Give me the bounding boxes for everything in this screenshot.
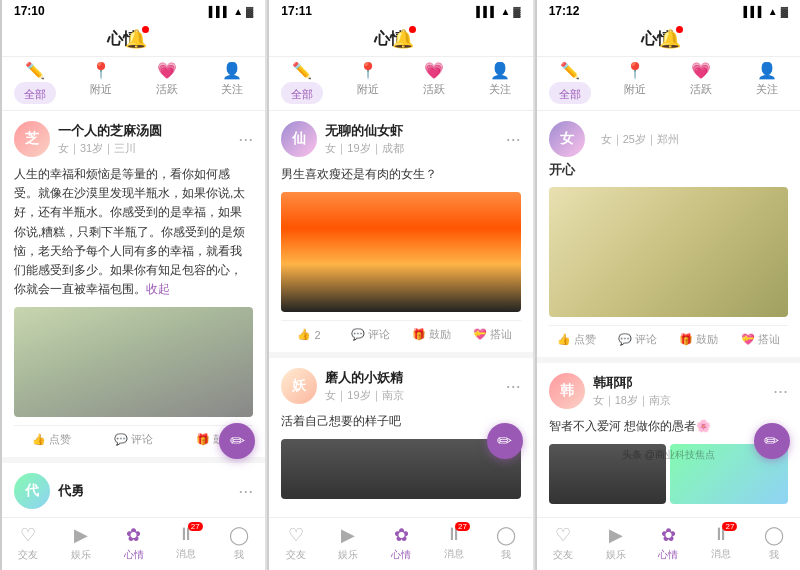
status-bar-2: 17:11 ▌▌▌ ▲ ▓: [269, 0, 532, 22]
nav-friends-1[interactable]: ♡ 交友: [2, 524, 55, 562]
post-image-1: [14, 307, 253, 417]
tab-nearby-label-1: 附近: [90, 82, 112, 97]
chat-icon-3: 💝: [473, 328, 487, 341]
post-more-1[interactable]: ···: [238, 130, 253, 148]
content-3: 女 女｜25岁｜郑州 开心 👍 点赞 💬 评论: [537, 111, 800, 517]
nav-mood-3[interactable]: ✿ 心情: [642, 524, 695, 562]
post-more-6[interactable]: ···: [773, 382, 788, 400]
nav-friends-icon-1: ♡: [20, 524, 36, 546]
tab-follow-3[interactable]: 👤 关注: [734, 61, 800, 104]
nav-me-icon-2: ◯: [496, 524, 516, 546]
encourage-icon-5: 🎁: [679, 333, 693, 346]
bottom-nav-3: ♡ 交友 ▶ 娱乐 ✿ 心情 27 ⏸ 消息 ◯ 我: [537, 517, 800, 570]
comment-btn-5[interactable]: 💬 评论: [610, 332, 665, 347]
comment-label-3: 评论: [368, 327, 390, 342]
nav-friends-label-1: 交友: [18, 548, 38, 562]
content-2: 仙 无聊的仙女虾 女｜19岁｜成都 ··· 男生喜欢瘦还是有肉的女生？ 👍 2: [269, 111, 532, 517]
avatar-4[interactable]: 妖: [281, 368, 317, 404]
wifi-icon-2: ▲: [500, 6, 510, 17]
nav-msg-1[interactable]: 27 ⏸ 消息: [160, 524, 213, 562]
bell-badge-1: [142, 26, 149, 33]
tab-nearby-3[interactable]: 📍 附近: [602, 61, 668, 104]
tab-follow-icon-1: 👤: [222, 61, 242, 80]
tab-nearby-label-2: 附近: [357, 82, 379, 97]
avatar-5[interactable]: 女: [549, 121, 585, 157]
like-icon-5: 👍: [557, 333, 571, 346]
tab-active-1[interactable]: 💗 活跃: [134, 61, 200, 104]
nav-me-1[interactable]: ◯ 我: [213, 524, 266, 562]
nav-me-icon-3: ◯: [764, 524, 784, 546]
avatar-2[interactable]: 代: [14, 473, 50, 509]
bell-badge-2: [409, 26, 416, 33]
tab-all-3[interactable]: ✏️ 全部: [537, 61, 603, 104]
post-more-3[interactable]: ···: [506, 130, 521, 148]
tab-follow-label-1: 关注: [221, 82, 243, 97]
tab-follow-2[interactable]: 👤 关注: [467, 61, 533, 104]
tab-active-2[interactable]: 💗 活跃: [401, 61, 467, 104]
nav-entertain-3[interactable]: ▶ 娱乐: [589, 524, 642, 562]
bell-badge-3: [676, 26, 683, 33]
signal-icon-2: ▌▌▌: [476, 6, 497, 17]
tabs-2: ✏️ 全部 📍 附近 💗 活跃 👤 关注: [269, 57, 532, 111]
nav-friends-2[interactable]: ♡ 交友: [269, 524, 322, 562]
comment-btn-1[interactable]: 💬 评论: [96, 432, 172, 447]
comment-icon-3: 💬: [351, 328, 365, 341]
read-more-1[interactable]: 收起: [146, 282, 170, 296]
battery-icon: ▓: [246, 6, 253, 17]
post-meta-1: 一个人的芝麻汤圆 女｜31岁｜三川: [58, 122, 238, 156]
bell-button-1[interactable]: 🔔: [125, 28, 147, 50]
nav-msg-2[interactable]: 27 ⏸ 消息: [427, 524, 480, 562]
fab-2[interactable]: ✏: [487, 423, 523, 459]
mood-text-5: 开心: [549, 161, 788, 179]
tab-nearby-1[interactable]: 📍 附近: [68, 61, 134, 104]
comment-btn-3[interactable]: 💬 评论: [343, 327, 398, 342]
encourage-btn-3[interactable]: 🎁 鼓励: [404, 327, 459, 342]
content-1: 芝 一个人的芝麻汤圆 女｜31岁｜三川 ··· 人生的幸福和烦恼是等量的，看你如…: [2, 111, 265, 517]
bell-button-3[interactable]: 🔔: [659, 28, 681, 50]
nav-entertain-icon-3: ▶: [609, 524, 623, 546]
tab-all-label-3: 全部: [559, 88, 581, 100]
like-btn-1[interactable]: 👍 点赞: [14, 432, 90, 447]
user-row-5: 女 女｜25岁｜郑州: [549, 121, 788, 157]
fab-3[interactable]: ✏: [754, 423, 790, 459]
nav-entertain-icon-2: ▶: [341, 524, 355, 546]
post-image-5: [549, 187, 788, 317]
tab-all-1[interactable]: ✏️ 全部: [2, 61, 68, 104]
post-text-1: 人生的幸福和烦恼是等量的，看你如何感受。就像在沙漠里发现半瓶水，如果你说,太好，…: [14, 165, 253, 299]
nav-me-3[interactable]: ◯ 我: [747, 524, 800, 562]
nav-friends-label-3: 交友: [553, 548, 573, 562]
tab-all-label-1: 全部: [24, 88, 46, 100]
nav-friends-3[interactable]: ♡ 交友: [537, 524, 590, 562]
tab-all-2[interactable]: ✏️ 全部: [269, 61, 335, 104]
nav-mood-1[interactable]: ✿ 心情: [107, 524, 160, 562]
encourage-btn-5[interactable]: 🎁 鼓励: [671, 332, 726, 347]
tab-all-icon-3: ✏️: [560, 61, 580, 80]
avatar-6[interactable]: 韩: [549, 373, 585, 409]
avatar-1[interactable]: 芝: [14, 121, 50, 157]
post-more-2[interactable]: ···: [238, 482, 253, 500]
nav-me-2[interactable]: ◯ 我: [480, 524, 533, 562]
tab-follow-label-3: 关注: [756, 82, 778, 97]
chat-btn-3[interactable]: 💝 搭讪: [465, 327, 520, 342]
nav-entertain-1[interactable]: ▶ 娱乐: [55, 524, 108, 562]
tab-follow-1[interactable]: 👤 关注: [199, 61, 265, 104]
nav-mood-icon-2: ✿: [394, 524, 409, 546]
comment-icon-5: 💬: [618, 333, 632, 346]
nav-msg-3[interactable]: 27 ⏸ 消息: [695, 524, 748, 562]
nav-me-label-1: 我: [234, 548, 244, 562]
post-image-6a: [549, 444, 667, 504]
nav-friends-icon-2: ♡: [288, 524, 304, 546]
bell-button-2[interactable]: 🔔: [392, 28, 414, 50]
nav-mood-2[interactable]: ✿ 心情: [375, 524, 428, 562]
tab-all-label-2: 全部: [291, 88, 313, 100]
like-btn-3[interactable]: 👍 2: [281, 328, 336, 341]
nav-entertain-2[interactable]: ▶ 娱乐: [322, 524, 375, 562]
post-more-4[interactable]: ···: [506, 377, 521, 395]
avatar-3[interactable]: 仙: [281, 121, 317, 157]
encourage-icon-1: 🎁: [196, 433, 210, 446]
tab-nearby-2[interactable]: 📍 附近: [335, 61, 401, 104]
header-2: 心情 🔔: [269, 22, 532, 57]
like-btn-5[interactable]: 👍 点赞: [549, 332, 604, 347]
chat-btn-5[interactable]: 💝 搭讪: [733, 332, 788, 347]
tab-active-3[interactable]: 💗 活跃: [668, 61, 734, 104]
